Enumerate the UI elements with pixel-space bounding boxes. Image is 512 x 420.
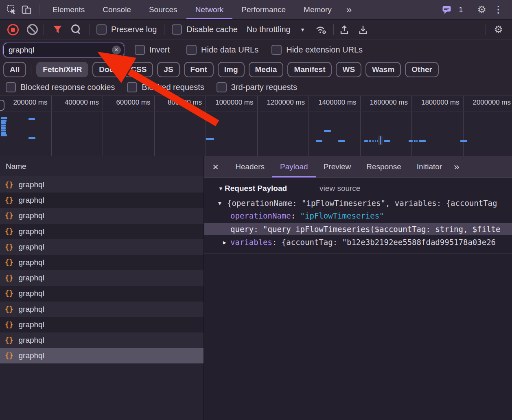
- checkbox-icon[interactable]: [6, 82, 16, 92]
- chip-media[interactable]: Media: [249, 62, 284, 77]
- request-name: graphql: [18, 305, 44, 314]
- preserve-log-checkbox[interactable]: Preserve log: [96, 24, 157, 35]
- devtools-tabbar: Elements Console Sources Network Perform…: [0, 0, 512, 20]
- collapse-triangle-icon[interactable]: ▼: [218, 197, 227, 210]
- request-row-graphql[interactable]: {}graphql: [0, 224, 203, 239]
- tab-sources[interactable]: Sources: [140, 0, 186, 19]
- more-tabs-icon[interactable]: »: [450, 161, 463, 173]
- json-icon: {}: [5, 305, 13, 313]
- disable-cache-checkbox[interactable]: Disable cache: [172, 24, 238, 35]
- payload-variables-line[interactable]: ▶ variables: {accountTag: "b12e3b2192ee5…: [204, 236, 512, 249]
- export-har-icon[interactable]: [358, 24, 368, 35]
- chip-other[interactable]: Other: [405, 62, 439, 77]
- divider: [204, 254, 512, 254]
- request-payload-section[interactable]: ▼ Request Payload view source: [218, 184, 512, 193]
- expand-triangle-icon[interactable]: ▶: [223, 236, 230, 249]
- close-icon[interactable]: ×: [204, 162, 228, 172]
- chip-js[interactable]: JS: [157, 62, 179, 77]
- waterfall-bar: [1, 127, 6, 129]
- payload-key: variables: [230, 236, 272, 249]
- chip-all[interactable]: All: [3, 62, 26, 77]
- search-icon[interactable]: [71, 24, 80, 33]
- filter-input[interactable]: [3, 43, 124, 57]
- invert-checkbox[interactable]: Invert: [135, 45, 170, 55]
- request-row-graphql[interactable]: {}graphql: [0, 302, 203, 317]
- checkbox-icon[interactable]: [127, 82, 137, 92]
- tab-elements[interactable]: Elements: [44, 0, 94, 19]
- request-row-graphql[interactable]: {}graphql: [0, 255, 203, 270]
- request-row-graphql[interactable]: {}graphql: [0, 348, 203, 363]
- tab-memory[interactable]: Memory: [295, 0, 341, 19]
- blocked-requests-checkbox[interactable]: Blocked requests: [127, 82, 204, 92]
- request-row-graphql[interactable]: {}graphql: [0, 177, 203, 192]
- checkbox-icon[interactable]: [271, 45, 282, 55]
- tab-payload[interactable]: Payload: [272, 156, 316, 177]
- chip-manifest[interactable]: Manifest: [287, 62, 332, 77]
- waterfall-bar: [316, 140, 322, 142]
- payload-query-line-selected[interactable]: query: "query ipFlowTimeseries($accountT…: [204, 223, 512, 235]
- filter-icon[interactable]: [53, 25, 62, 34]
- hide-data-urls-checkbox[interactable]: Hide data URLs: [186, 45, 258, 55]
- clear-log-button[interactable]: [27, 24, 38, 35]
- request-name: graphql: [18, 243, 44, 252]
- name-column-header[interactable]: Name: [0, 156, 203, 177]
- checkbox-icon[interactable]: [135, 45, 145, 55]
- timeline-scroll-handle[interactable]: [0, 100, 4, 111]
- tab-console[interactable]: Console: [94, 0, 140, 19]
- issues-icon[interactable]: [441, 4, 453, 16]
- device-toolbar-icon[interactable]: [20, 4, 33, 16]
- request-row-graphql[interactable]: {}graphql: [0, 286, 203, 301]
- request-row-graphql[interactable]: {}graphql: [0, 317, 203, 332]
- chip-img[interactable]: Img: [218, 62, 245, 77]
- collapse-triangle-icon[interactable]: ▼: [218, 186, 225, 192]
- chip-fetch-xhr[interactable]: Fetch/XHR: [36, 62, 88, 77]
- chip-doc[interactable]: Doc: [92, 62, 120, 77]
- network-conditions-icon[interactable]: [315, 24, 328, 35]
- tab-performance[interactable]: Performance: [232, 0, 295, 19]
- tab-headers[interactable]: Headers: [228, 156, 272, 177]
- 3rd-party-requests-checkbox[interactable]: 3rd-party requests: [217, 82, 297, 92]
- blocked-response-cookies-checkbox[interactable]: Blocked response cookies: [6, 82, 115, 92]
- request-row-graphql[interactable]: {}graphql: [0, 239, 203, 255]
- settings-gear-icon[interactable]: ⚙: [473, 4, 490, 15]
- chip-ws[interactable]: WS: [336, 62, 361, 77]
- view-source-link[interactable]: view source: [319, 184, 360, 193]
- hide-extension-urls-checkbox[interactable]: Hide extension URLs: [271, 45, 363, 55]
- tab-response[interactable]: Response: [359, 156, 409, 177]
- request-panel: Name {}graphql{}graphql{}graphql{}graphq…: [0, 156, 204, 420]
- request-name: graphql: [18, 196, 44, 205]
- inspect-icon[interactable]: [6, 4, 18, 16]
- request-row-graphql[interactable]: {}graphql: [0, 270, 203, 286]
- request-name: graphql: [18, 227, 44, 236]
- request-row-graphql[interactable]: {}graphql: [0, 192, 203, 208]
- request-list: {}graphql{}graphql{}graphql{}graphql{}gr…: [0, 177, 203, 363]
- more-panels-icon[interactable]: »: [341, 0, 357, 19]
- invert-label: Invert: [149, 45, 170, 55]
- json-icon: {}: [5, 258, 13, 267]
- network-settings-gear-icon[interactable]: ⚙: [490, 24, 507, 35]
- waterfall-bar: [1, 117, 7, 119]
- clear-filter-icon[interactable]: ×: [112, 46, 121, 55]
- import-har-icon[interactable]: [339, 24, 349, 35]
- waterfall-bar: [28, 118, 35, 120]
- divider: [178, 45, 178, 55]
- menu-dots-icon[interactable]: ⋮: [490, 5, 506, 14]
- tab-preview[interactable]: Preview: [316, 156, 359, 177]
- throttling-select[interactable]: No throttling ▾: [247, 25, 304, 34]
- checkbox-icon[interactable]: [186, 45, 197, 55]
- checkbox-icon[interactable]: [217, 82, 227, 92]
- request-name: graphql: [18, 336, 44, 345]
- request-row-graphql[interactable]: {}graphql: [0, 332, 203, 348]
- record-button[interactable]: [7, 24, 19, 35]
- timeline-overview[interactable]: 200000 ms400000 ms600000 ms800000 ms1000…: [0, 95, 512, 156]
- tab-initiator[interactable]: Initiator: [409, 156, 450, 177]
- checkbox-icon[interactable]: [96, 24, 107, 35]
- request-row-graphql[interactable]: {}graphql: [0, 208, 203, 223]
- chip-css[interactable]: CSS: [124, 62, 153, 77]
- payload-root-line[interactable]: ▼ {operationName: "ipFlowTimeseries", va…: [204, 197, 512, 210]
- chip-wasm[interactable]: Wasm: [365, 62, 401, 77]
- chip-font[interactable]: Font: [184, 62, 214, 77]
- payload-operation-line[interactable]: operationName: "ipFlowTimeseries": [204, 210, 512, 222]
- tab-network[interactable]: Network: [186, 0, 233, 19]
- checkbox-icon[interactable]: [172, 24, 182, 35]
